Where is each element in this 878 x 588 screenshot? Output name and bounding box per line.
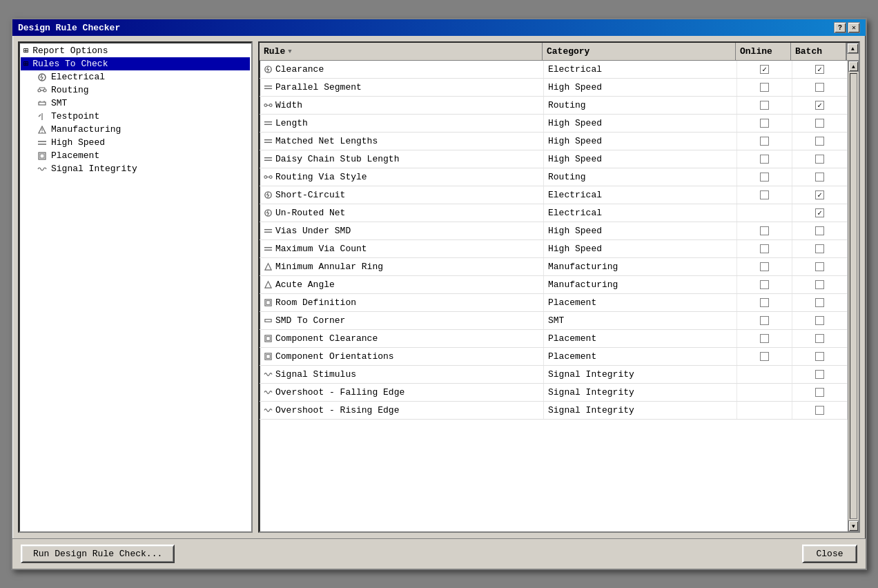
online-checkbox[interactable]	[760, 173, 769, 182]
batch-checkbox[interactable]	[815, 406, 824, 415]
table-row[interactable]: SMD To Corner SMT	[260, 312, 848, 330]
batch-checkbox[interactable]	[815, 334, 824, 343]
tree-item-smt[interactable]: SMT	[21, 97, 250, 110]
rule-name: Parallel Segment	[275, 82, 362, 92]
window-title: Design Rule Checker	[18, 23, 120, 33]
close-button[interactable]: Close	[802, 545, 857, 563]
rule-name: Component Orientations	[275, 351, 394, 362]
batch-checkbox[interactable]	[815, 280, 824, 289]
online-checkbox[interactable]	[760, 262, 769, 271]
tree-item-report-options[interactable]: ⊞Report Options	[21, 44, 250, 57]
tree-item-testpoint[interactable]: Testpoint	[21, 110, 250, 123]
online-checkbox[interactable]	[760, 155, 769, 164]
rule-cell: Width	[260, 97, 544, 114]
svg-point-1	[38, 89, 41, 92]
row-icon	[264, 370, 273, 379]
scroll-up-btn[interactable]: ▲	[848, 61, 859, 72]
batch-checkbox[interactable]	[815, 119, 824, 128]
tree-icon-report-options: ⊞	[23, 46, 28, 56]
tree-item-manufacturing[interactable]: Manufacturing	[21, 123, 250, 136]
online-checkbox[interactable]	[760, 352, 769, 361]
run-button[interactable]: Run Design Rule Check...	[21, 545, 175, 563]
dialog-window: Design Rule Checker ? ✕ ⊞Report Options⊞…	[11, 18, 867, 570]
table-row[interactable]: Daisy Chain Stub Length High Speed	[260, 150, 848, 168]
online-checkbox[interactable]	[760, 83, 769, 92]
batch-checkbox[interactable]	[815, 226, 824, 235]
batch-checkbox[interactable]	[815, 65, 824, 74]
rule-name: Vias Under SMD	[275, 226, 351, 236]
tree-item-rules-to-check[interactable]: ⊞Rules To Check	[21, 57, 250, 70]
online-checkbox[interactable]	[760, 65, 769, 74]
table-row[interactable]: Short-Circuit Electrical	[260, 186, 848, 204]
online-cell	[737, 61, 792, 78]
table-row[interactable]: Overshoot - Rising Edge Signal Integrity	[260, 402, 848, 420]
category-name: High Speed	[548, 82, 602, 92]
close-title-button[interactable]: ✕	[848, 22, 860, 33]
table-row[interactable]: Acute Angle Manufacturing	[260, 276, 848, 294]
category-name: Electrical	[548, 190, 602, 200]
online-checkbox[interactable]	[760, 119, 769, 128]
table-row[interactable]: Signal Stimulus Signal Integrity	[260, 366, 848, 384]
rule-cell: Routing Via Style	[260, 168, 544, 186]
row-icon	[264, 334, 273, 343]
help-button[interactable]: ?	[834, 22, 846, 33]
category-cell: Placement	[544, 294, 737, 311]
table-row[interactable]: Component Orientations Placement	[260, 348, 848, 366]
online-checkbox[interactable]	[760, 226, 769, 235]
table-row[interactable]: Width Routing	[260, 97, 848, 115]
tree-icon-smt	[37, 99, 47, 108]
table-row[interactable]: Matched Net Lengths High Speed	[260, 133, 848, 150]
batch-checkbox[interactable]	[815, 137, 824, 146]
online-checkbox[interactable]	[760, 280, 769, 289]
tree-item-signal-integrity[interactable]: Signal Integrity	[21, 162, 250, 175]
batch-checkbox[interactable]	[815, 101, 824, 110]
table-row[interactable]: Maximum Via Count High Speed	[260, 240, 848, 258]
table-row[interactable]: Routing Via Style Routing	[260, 168, 848, 186]
online-checkbox[interactable]	[760, 316, 769, 325]
row-icon	[264, 208, 273, 217]
online-checkbox[interactable]	[760, 244, 769, 253]
online-checkbox[interactable]	[760, 101, 769, 110]
batch-checkbox[interactable]	[815, 173, 824, 182]
table-row[interactable]: Vias Under SMD High Speed	[260, 222, 848, 240]
batch-checkbox[interactable]	[815, 83, 824, 92]
batch-checkbox[interactable]	[815, 352, 824, 361]
rule-cell: Un-Routed Net	[260, 204, 544, 222]
batch-checkbox[interactable]	[815, 262, 824, 271]
tree-item-electrical[interactable]: Electrical	[21, 70, 250, 84]
table-row[interactable]: Component Clearance Placement	[260, 330, 848, 348]
table-row[interactable]: Length High Speed	[260, 115, 848, 133]
batch-checkbox[interactable]	[815, 190, 824, 199]
tree-icon-placement	[37, 151, 47, 161]
tree-item-routing[interactable]: Routing	[21, 84, 250, 97]
batch-checkbox[interactable]	[815, 298, 824, 307]
online-checkbox[interactable]	[760, 298, 769, 307]
online-checkbox[interactable]	[760, 334, 769, 343]
scroll-top-btn[interactable]: ▲	[846, 43, 859, 60]
tree-item-placement[interactable]: Placement	[21, 149, 250, 162]
table-row[interactable]: Parallel Segment High Speed	[260, 79, 848, 97]
scrollbar[interactable]: ▲ ▼	[848, 61, 859, 531]
tree-icon-routing	[37, 86, 47, 95]
category-cell: Signal Integrity	[544, 366, 737, 383]
table-row[interactable]: Minimum Annular Ring Manufacturing	[260, 258, 848, 276]
batch-checkbox[interactable]	[815, 316, 824, 325]
tree-item-high-speed[interactable]: High Speed	[21, 136, 250, 149]
table-row[interactable]: Overshoot - Falling Edge Signal Integrit…	[260, 384, 848, 402]
batch-checkbox[interactable]	[815, 388, 824, 397]
table-row[interactable]: Room Definition Placement	[260, 294, 848, 312]
table-row[interactable]: Clearance Electrical	[260, 61, 848, 79]
online-checkbox[interactable]	[760, 190, 769, 199]
svg-rect-14	[40, 154, 44, 158]
batch-checkbox[interactable]	[815, 244, 824, 253]
category-name: Routing	[548, 172, 586, 182]
batch-checkbox[interactable]	[815, 208, 824, 217]
batch-cell	[792, 186, 848, 204]
online-checkbox[interactable]	[760, 137, 769, 146]
category-cell: Routing	[544, 97, 737, 114]
batch-checkbox[interactable]	[815, 155, 824, 164]
scroll-down-btn[interactable]: ▼	[848, 520, 859, 531]
table-row[interactable]: Un-Routed Net Electrical	[260, 204, 848, 222]
row-icon	[264, 101, 273, 110]
batch-checkbox[interactable]	[815, 370, 824, 379]
